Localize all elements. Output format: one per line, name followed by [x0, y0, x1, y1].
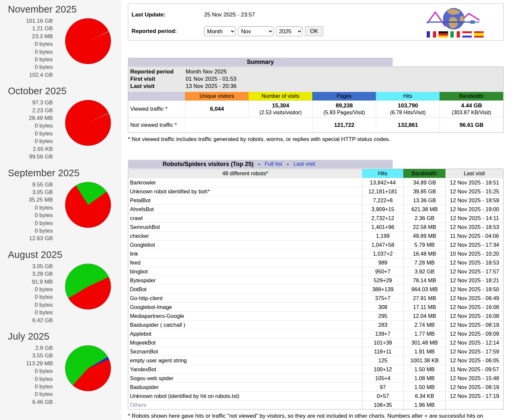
separator: - — [287, 161, 289, 168]
viewed-pages: 89,238 — [336, 102, 353, 109]
month-values-list: 9.55 GB3.05 GB35.25 MB0 bytes0 bytes0 by… — [8, 181, 53, 242]
bandwidth-value: 9.55 GB — [8, 181, 53, 188]
bandwidth-value: 91.9 MB — [8, 278, 53, 286]
flag-icon[interactable] — [474, 31, 484, 38]
summary-corner-cell — [128, 92, 185, 100]
viewed-traffic-row: Viewed traffic * 6,044 15,304(2.53 visit… — [128, 100, 503, 117]
bandwidth-value: 1.21 GB — [8, 25, 53, 32]
robot-last-visit: 12 Nov 2025 - 06:05 — [445, 356, 503, 365]
bandwidth-value: 0 bytes — [8, 383, 53, 390]
bandwidth-value: 6.46 GB — [8, 398, 53, 406]
bandwidth-value: 0 bytes — [8, 137, 53, 145]
robot-hits: 97 — [362, 383, 403, 391]
robot-last-visit: 12 Nov 2025 - 16:08 — [445, 312, 503, 320]
robot-bandwidth: 1001.38 KB — [403, 356, 445, 365]
month-title: August 2025 — [8, 249, 121, 260]
summary-info: Reported periodMonth Nov 2025 First visi… — [128, 67, 503, 92]
robot-last-visit: 12 Nov 2025 - 08:19 — [445, 383, 503, 391]
robot-last-visit: 12 Nov 2025 - 15:25 — [445, 187, 503, 196]
robot-hits: 308 — [362, 303, 403, 311]
summary-footnote: * Not viewed traffic includes traffic ge… — [128, 135, 503, 143]
bandwidth-value: 0 bytes — [8, 375, 53, 383]
robot-hits: 13,842+44 — [362, 178, 403, 187]
period-type-select[interactable]: Month — [204, 26, 235, 36]
robot-hits: 1,037+2 — [362, 249, 403, 258]
bandwidth-value: 12.63 GB — [8, 235, 53, 242]
month-block-august: August 2025 3.05 GB3.28 GB91.9 MB0 bytes… — [8, 249, 121, 324]
robots-title: Robots/Spiders visitors (Top 25) — [163, 161, 254, 168]
month-select[interactable]: Nov — [238, 26, 273, 36]
table-row: YandexBot 100+12 1.50 MB 11 Nov 2025 - 0… — [128, 365, 503, 374]
language-flags — [425, 31, 484, 38]
robot-bandwidth: 6.34 KB — [403, 392, 445, 400]
robot-name: Baiduspider ( catchall ) — [128, 321, 362, 329]
table-row-others: Others 108+35 1.96 MB — [128, 400, 503, 409]
robot-last-visit: 12 Nov 2025 - 15:48 — [445, 374, 503, 382]
robot-hits: 108+35 — [362, 401, 403, 409]
robot-hits: 1,401+96 — [362, 223, 403, 231]
bandwidth-value: 0 bytes — [8, 56, 53, 63]
last-visit-link[interactable]: Last visit — [293, 161, 315, 167]
unique-visitors-header: Unique visitors — [185, 92, 249, 100]
viewed-visits: 15,304 — [272, 102, 289, 109]
robot-last-visit: 11 Nov 2025 - 04:06 — [445, 232, 503, 240]
bandwidth-value: 0 bytes — [8, 204, 53, 211]
robot-bandwidth: 13.36 GB — [403, 196, 445, 205]
bandwidth-value: 6.42 GB — [8, 317, 53, 324]
bandwidth-value: 0 bytes — [8, 122, 53, 129]
bandwidth-value: 0 bytes — [8, 211, 53, 219]
year-select[interactable]: 2025 — [276, 26, 302, 36]
last-visit-key: Last visit — [130, 83, 186, 90]
month-values-list: 97.3 GB2.23 GB28.49 MB0 bytes0 bytes0 by… — [8, 99, 53, 160]
flag-icon[interactable] — [450, 31, 460, 38]
bandwidth-value: 35.25 MB — [8, 196, 53, 204]
robot-name: SemrushBot — [128, 223, 362, 231]
bandwidth-value: 0 bytes — [8, 293, 53, 301]
robot-hits: 105+4 — [362, 374, 403, 382]
viewed-bandwidth-ratio: (303.87 KB/Visit) — [452, 110, 491, 116]
robot-hits: 139+7 — [362, 329, 403, 338]
bandwidth-value: 3.55 GB — [8, 352, 53, 359]
table-row: AhrefsBot 3,909+15 621.38 MB 12 Nov 2025… — [128, 205, 503, 213]
robot-last-visit: 12 Nov 2025 - 19:00 — [445, 205, 503, 213]
bandwidth-column-header: Bandwidth — [403, 169, 445, 178]
table-row: Barkrowler 13,842+44 34.89 GB 12 Nov 202… — [128, 178, 503, 187]
robot-last-visit: 12 Nov 2025 - 17:19 — [445, 392, 503, 400]
robot-name: Unknown robot (identified by hit on robo… — [128, 392, 362, 400]
table-row: SemrushBot 1,401+96 22.58 MB 12 Nov 2025… — [128, 222, 503, 231]
flag-icon[interactable] — [462, 31, 472, 38]
robot-name: AhrefsBot — [128, 205, 362, 213]
robots-table-header: 48 different robots* Hits Bandwidth Last… — [128, 169, 503, 178]
robot-name: link — [128, 249, 362, 258]
bandwidth-value: 2.23 GB — [8, 107, 53, 114]
hits-header: Hits — [376, 92, 440, 100]
bandwidth-value: 3.05 GB — [8, 188, 53, 196]
awstats-logo — [425, 6, 484, 38]
table-row: DotBot 388+139 964.03 MB 12 Nov 2025 - 1… — [128, 285, 503, 294]
month-values-list: 3.05 GB3.28 GB91.9 MB0 bytes0 bytes0 byt… — [8, 263, 53, 324]
robot-hits: 7,222+8 — [362, 196, 403, 205]
robot-bandwidth: 1.50 MB — [403, 365, 445, 374]
table-row: MojeekBot 101+39 301.48 MB 12 Nov 2025 -… — [128, 338, 503, 347]
bandwidth-value: 0 bytes — [8, 367, 53, 375]
number-of-visits-header: Number of visits — [249, 92, 312, 100]
robot-last-visit: 12 Nov 2025 - 18:51 — [445, 178, 503, 187]
table-row: feed 989 7.28 MB 12 Nov 2025 - 18:53 — [128, 258, 503, 267]
robot-hits: 295 — [362, 312, 403, 320]
table-row: Baiduspider ( catchall ) 283 2.74 MB 12 … — [128, 320, 503, 329]
table-row: Applebot 139+7 1.77 MB 12 Nov 2025 - 09:… — [128, 329, 503, 338]
robot-hits: 950+7 — [362, 267, 403, 276]
robot-last-visit: 12 Nov 2025 - 17:59 — [445, 347, 503, 356]
full-list-link[interactable]: Full list — [265, 161, 282, 167]
flag-icon[interactable] — [427, 31, 436, 38]
robots-table: 48 different robots* Hits Bandwidth Last… — [128, 169, 503, 409]
ok-button[interactable]: OK — [305, 26, 323, 36]
bandwidth-value: 113.29 MB — [8, 360, 53, 367]
awstats-globe-icon — [425, 6, 483, 31]
flag-icon[interactable] — [439, 31, 448, 38]
pages-header: Pages — [312, 92, 376, 100]
robot-name: Barkrowler — [128, 178, 362, 187]
bandwidth-value: 2.65 KB — [8, 145, 53, 153]
robot-name: empty user agent string — [128, 356, 362, 365]
viewed-pages-ratio: (5.83 Pages/Visit) — [323, 110, 365, 116]
